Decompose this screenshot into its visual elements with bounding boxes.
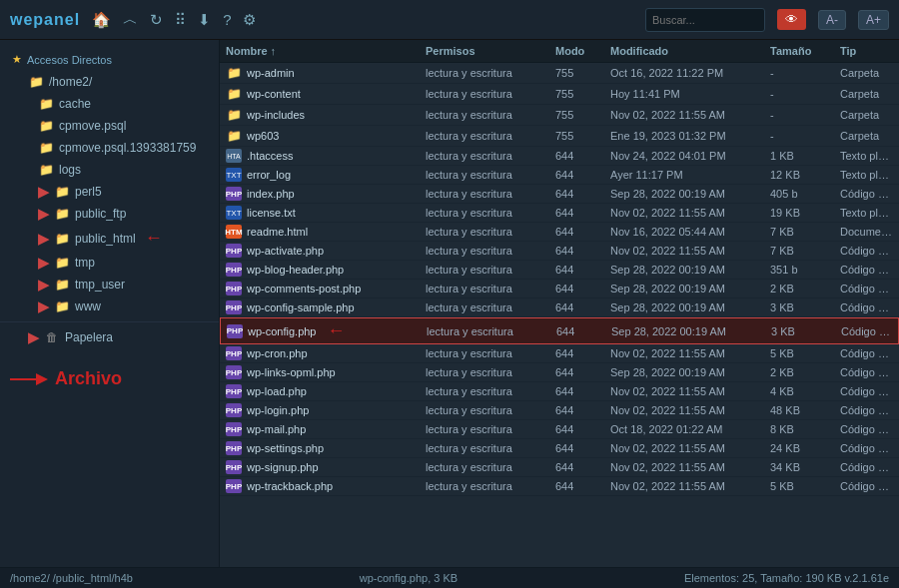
folder-icon: 📁 [226,65,242,81]
table-row[interactable]: PHPwp-blog-header.php lectura y escritur… [220,261,899,280]
cell-size: 2 KB [764,366,834,378]
arrow-svg [10,369,50,389]
grid-icon[interactable]: ⠿ [175,11,186,29]
table-row[interactable]: 📁wp-admin lectura y escritura 755 Oct 16… [220,63,899,84]
cell-modified: Sep 28, 2022 00:19 AM [605,325,765,337]
table-row[interactable]: PHPwp-signup.php lectura y escritura 644… [220,458,899,477]
table-row[interactable]: HTMreadme.html lectura y escritura 644 N… [220,223,899,242]
sidebar-item-papelera[interactable]: ▶ 🗑 Papelera [0,326,219,348]
table-row[interactable]: PHPwp-cron.php lectura y escritura 644 N… [220,344,899,363]
cell-perms: lectura y escritura [420,347,549,359]
table-row[interactable]: PHPwp-links-opml.php lectura y escritura… [220,363,899,382]
cell-size: 1 KB [764,150,834,162]
sidebar-item-tmp[interactable]: ▶ 📁 tmp [0,252,219,274]
sidebar-item-tmp-user[interactable]: ▶ 📁 tmp_user [0,274,219,295]
cell-type: Código PHP [834,480,899,492]
cell-modified: Nov 02, 2022 11:55 AM [604,404,764,416]
cell-perms: lectura y escritura [420,226,549,238]
sidebar-item-perl5[interactable]: ▶ 📁 perl5 [0,181,219,203]
cell-modified: Sep 28, 2022 00:19 AM [604,188,764,200]
table-row[interactable]: PHPindex.php lectura y escritura 644 Sep… [220,185,899,204]
table-row[interactable]: PHPwp-activate.php lectura y escritura 6… [220,242,899,261]
eye-button[interactable]: 👁 [777,9,806,30]
cell-mode: 644 [549,283,604,294]
font-minus-button[interactable]: A- [818,10,846,30]
chevron-right-icon: ▶ [38,255,49,271]
cell-name: PHPwp-settings.php [220,441,420,455]
sidebar-item-cpmove[interactable]: 📁 cpmove.psql [0,115,219,137]
cell-size: - [764,109,834,121]
table-row[interactable]: PHPwp-mail.php lectura y escritura 644 O… [220,420,899,439]
search-input[interactable] [645,8,765,32]
sidebar-item-cache[interactable]: 📁 cache [0,93,219,115]
table-row[interactable]: PHPwp-config.php← lectura y escritura 64… [220,317,899,344]
table-row[interactable]: PHPwp-comments-post.php lectura y escrit… [220,280,899,298]
folder-icon: 📁 [28,74,44,90]
cell-modified: Nov 16, 2022 05:44 AM [604,226,764,238]
cell-size: 19 KB [764,207,834,219]
cell-mode: 644 [549,442,604,454]
table-row[interactable]: 📁wp603 lectura y escritura 755 Ene 19, 2… [220,126,899,147]
cell-type: Código PHP [834,404,899,416]
folder-icon: 📁 [54,184,70,200]
cell-type: Código PHP [834,442,899,454]
htaccess-icon: HTA [226,149,242,163]
cell-name: TXTerror_log [220,168,420,182]
cell-name: PHPwp-cron.php [220,346,420,360]
cell-mode: 644 [549,207,604,219]
statusbar-file-info: wp-config.php, 3 KB [360,572,457,584]
cell-perms: lectura y escritura [420,109,549,121]
sidebar-item-logs[interactable]: 📁 logs [0,159,219,181]
archivo-annotation-container: Archivo [0,368,219,389]
folder-icon: 📁 [54,206,70,222]
download-icon[interactable]: ⬇ [198,11,211,29]
help-icon[interactable]: ? [223,11,231,28]
table-row[interactable]: PHPwp-config-sample.php lectura y escrit… [220,298,899,317]
file-list: 📁wp-admin lectura y escritura 755 Oct 16… [220,63,899,567]
sidebar-item-cpmove2[interactable]: 📁 cpmove.psql.1393381759 [0,137,219,159]
cell-modified: Nov 24, 2022 04:01 PM [604,150,764,162]
sidebar-item-www[interactable]: ▶ 📁 www [0,295,219,317]
table-row[interactable]: PHPwp-trackback.php lectura y escritura … [220,477,899,496]
home-icon[interactable]: 🏠 [92,11,111,29]
php-icon: PHP [226,263,242,277]
table-row[interactable]: TXTlicense.txt lectura y escritura 644 N… [220,204,899,223]
php-icon: PHP [226,365,242,379]
font-plus-button[interactable]: A+ [858,10,889,30]
cell-perms: lectura y escritura [420,442,549,454]
cell-mode: 755 [549,109,604,121]
folder-icon: 📁 [38,162,54,178]
table-row[interactable]: 📁wp-includes lectura y escritura 755 Nov… [220,105,899,126]
table-row[interactable]: PHPwp-login.php lectura y escritura 644 … [220,401,899,420]
php-icon: PHP [226,479,242,493]
cell-perms: lectura y escritura [420,283,549,294]
table-row[interactable]: 📁wp-content lectura y escritura 755 Hoy … [220,84,899,105]
cell-perms: lectura y escritura [420,207,549,219]
up-icon[interactable]: ︿ [123,10,138,29]
cell-modified: Oct 16, 2022 11:22 PM [604,67,764,79]
php-icon: PHP [227,324,243,338]
cell-name: PHPwp-login.php [220,403,420,417]
cell-perms: lectura y escritura [420,150,549,162]
php-icon: PHP [226,403,242,417]
col-type: Tip [834,45,899,57]
cell-perms: lectura y escritura [420,88,549,100]
cell-type: Texto plano [834,169,899,181]
cell-mode: 644 [549,169,604,181]
sidebar-item-public-html[interactable]: ▶ 📁 public_html ← [0,225,219,252]
php-icon: PHP [226,282,242,295]
cell-perms: lectura y escritura [420,67,549,79]
cell-type: Código PHP [834,283,899,294]
sidebar-item-public-ftp[interactable]: ▶ 📁 public_ftp [0,203,219,225]
sidebar-item-home2[interactable]: 📁 /home2/ [0,71,219,93]
cell-perms: lectura y escritura [420,404,549,416]
cell-perms: lectura y escritura [421,325,550,337]
table-row[interactable]: PHPwp-load.php lectura y escritura 644 N… [220,382,899,401]
folder-icon: 📁 [38,96,54,112]
table-row[interactable]: HTA.htaccess lectura y escritura 644 Nov… [220,147,899,166]
table-row[interactable]: PHPwp-settings.php lectura y escritura 6… [220,439,899,458]
settings-icon[interactable]: ⚙ [243,11,256,29]
php-icon: PHP [226,346,242,360]
table-row[interactable]: TXTerror_log lectura y escritura 644 Aye… [220,166,899,185]
refresh-icon[interactable]: ↻ [150,11,163,29]
